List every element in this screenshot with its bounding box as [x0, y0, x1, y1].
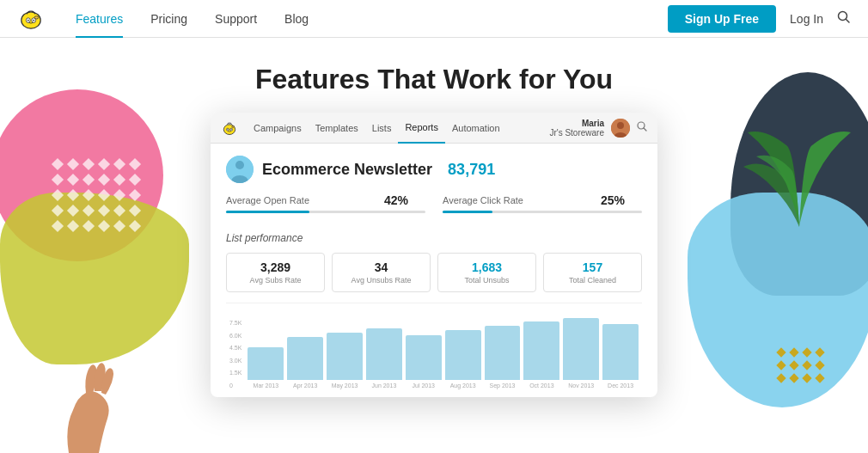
card-nav-lists[interactable]: Lists: [365, 113, 399, 144]
chart-bar-1: [287, 337, 323, 380]
click-rate-label: Average Click Rate: [443, 195, 523, 205]
perf-value-1: 34: [339, 260, 423, 274]
svg-point-6: [34, 15, 39, 18]
open-rate-bar: [226, 211, 425, 213]
nav-links: Features Pricing Support Blog: [62, 0, 668, 38]
chart-bar-3: [366, 328, 402, 380]
svg-point-12: [227, 129, 228, 130]
svg-point-4: [28, 19, 29, 21]
perf-label-0: Avg Subs Rate: [234, 276, 317, 285]
perf-box-0: 3,289 Avg Subs Rate: [226, 253, 325, 292]
card-nav: Campaigns Templates Lists Reports Automa…: [211, 113, 657, 144]
card-body: Ecommerce Newsletter 83,791 Average Open…: [211, 144, 657, 397]
chart-bar-8: [563, 318, 599, 380]
search-icon[interactable]: [837, 10, 851, 28]
chart-x-label-0: Mar 2013: [254, 383, 279, 389]
campaign-count: 83,791: [448, 161, 495, 179]
hero-section: Features That Work for You Campaigns Tem…: [0, 38, 868, 453]
chart-x-label-3: Jun 2013: [372, 383, 397, 389]
y-label-1: 6.0K: [229, 333, 241, 339]
campaign-header-row: Ecommerce Newsletter 83,791: [226, 156, 642, 183]
chart-x-label-6: Sep 2013: [490, 383, 516, 389]
svg-line-19: [644, 128, 646, 131]
open-rate-row: Average Open Rate 42%: [226, 193, 425, 207]
chart-x-label-4: Jul 2013: [413, 383, 435, 389]
chart-y-labels: 7.5K 6.0K 4.5K 3.0K 1.5K 0: [229, 320, 241, 389]
chart-bar-group-3: Jun 2013: [366, 328, 402, 389]
card-user-subtitle: Jr's Storeware: [549, 128, 604, 138]
nav-link-blog[interactable]: Blog: [271, 0, 322, 38]
hero-title: Features That Work for You: [255, 64, 613, 95]
chart-bar-group-8: Nov 2013: [563, 318, 599, 389]
svg-point-21: [235, 161, 244, 169]
diamonds-right: [776, 347, 825, 383]
card-nav-items: Campaigns Templates Lists Reports Automa…: [247, 113, 549, 144]
chart-bar-group-0: Mar 2013: [248, 347, 284, 389]
svg-point-14: [232, 125, 235, 127]
perf-box-2: 1,683 Total Unsubs: [437, 253, 536, 292]
nav-link-pricing[interactable]: Pricing: [137, 0, 201, 38]
campaign-avatar: [226, 156, 254, 183]
y-label-2: 4.5K: [229, 345, 241, 351]
chart-bar-group-2: May 2013: [327, 333, 363, 389]
diamonds-left: [52, 158, 141, 232]
chart-bar-group-6: Sep 2013: [485, 326, 521, 389]
perf-label-1: Avg Unsubs Rate: [339, 276, 423, 285]
chart-bar-group-9: Dec 2013: [602, 324, 639, 389]
card-user-name: Maria: [549, 119, 604, 128]
svg-line-8: [847, 19, 850, 22]
chart-bar-group-1: Apr 2013: [287, 337, 323, 389]
card-nav-right: Maria Jr's Storeware: [549, 119, 647, 138]
chart-x-label-8: Nov 2013: [568, 383, 594, 389]
perf-value-2: 1,683: [445, 260, 529, 274]
stats-section: Average Open Rate 42% Average Click Rate…: [226, 193, 642, 222]
y-label-3: 3.0K: [229, 358, 241, 364]
login-link[interactable]: Log In: [790, 12, 823, 26]
chart-x-label-7: Oct 2013: [529, 383, 553, 389]
open-rate-bar-fill: [226, 211, 309, 213]
click-rate-bar: [443, 211, 642, 213]
chart-area: 7.5K 6.0K 4.5K 3.0K 1.5K 0 Mar 2013Apr 2…: [226, 303, 642, 389]
chart-bar-group-5: Aug 2013: [445, 330, 481, 389]
chart-bar-group-4: Jul 2013: [406, 335, 442, 389]
card-nav-reports[interactable]: Reports: [398, 113, 445, 144]
mailchimp-logo: [17, 5, 45, 33]
chart-bars: Mar 2013Apr 2013May 2013Jun 2013Jul 2013…: [248, 320, 639, 389]
chart-x-label-2: May 2013: [332, 383, 358, 389]
list-performance-label: List performance: [226, 232, 642, 244]
chart-bar-6: [485, 326, 521, 380]
palm-leaf-illustration: [739, 81, 859, 239]
chart-x-label-5: Aug 2013: [450, 383, 476, 389]
card-avatar: [611, 119, 630, 138]
chart-bar-5: [445, 330, 481, 380]
perf-box-1: 34 Avg Unsubs Rate: [332, 253, 431, 292]
chart-bar-9: [602, 324, 639, 380]
chart-bar-7: [523, 321, 559, 380]
perf-value-3: 157: [551, 260, 634, 274]
nav-right: Sign Up Free Log In: [668, 5, 851, 33]
open-rate-value: 42%: [384, 193, 425, 207]
campaign-title: Ecommerce Newsletter: [262, 161, 432, 179]
signup-button[interactable]: Sign Up Free: [668, 5, 776, 33]
click-rate-bar-fill: [443, 211, 492, 213]
perf-value-0: 3,289: [234, 260, 317, 274]
card-nav-automation[interactable]: Automation: [445, 113, 507, 144]
main-nav: Features Pricing Support Blog Sign Up Fr…: [0, 0, 868, 38]
card-search-icon[interactable]: [637, 121, 647, 134]
chart-bar-4: [406, 335, 442, 380]
card-logo: [221, 119, 238, 137]
nav-link-support[interactable]: Support: [201, 0, 271, 38]
nav-link-features[interactable]: Features: [62, 0, 137, 38]
svg-point-16: [617, 122, 624, 129]
perf-label-3: Total Cleaned: [551, 276, 634, 285]
card-user-info: Maria Jr's Storeware: [549, 119, 604, 138]
click-rate-stat: Average Click Rate 25%: [443, 193, 642, 222]
card-nav-templates[interactable]: Templates: [309, 113, 365, 144]
chart-x-label-1: Apr 2013: [293, 383, 317, 389]
card-nav-campaigns[interactable]: Campaigns: [247, 113, 309, 144]
chart-bar-2: [327, 333, 363, 380]
click-rate-row: Average Click Rate 25%: [443, 193, 642, 207]
perf-label-2: Total Unsubs: [445, 276, 529, 285]
y-label-0: 7.5K: [229, 320, 241, 326]
y-label-5: 0: [229, 383, 241, 389]
